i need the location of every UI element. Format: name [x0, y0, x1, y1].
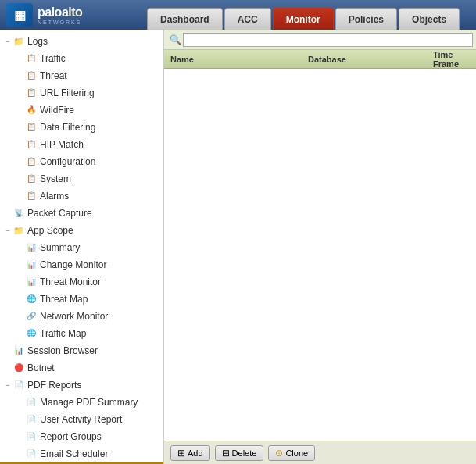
pdf-icon: 📄	[13, 379, 25, 391]
clone-button[interactable]: ⊙ Clone	[268, 445, 315, 461]
sidebar-item-label-threat-monitor: Threat Monitor	[40, 275, 101, 289]
logo-brand: paloalto	[38, 5, 82, 20]
log-icon: 📋	[25, 52, 38, 65]
sidebar-item-label-logs: Logs	[27, 34, 48, 48]
sidebar-item-threat[interactable]: 📋 Threat	[0, 67, 163, 84]
sidebar-item-report-groups[interactable]: 📄 Report Groups	[0, 428, 163, 445]
sidebar-item-label-session-browser: Session Browser	[27, 344, 98, 358]
sidebar-item-change-monitor[interactable]: 📊 Change Monitor	[0, 256, 163, 273]
clone-icon: ⊙	[275, 448, 283, 459]
sidebar-item-label-hip-match: HIP Match	[40, 137, 84, 152]
logo-networks: NETWORKS	[38, 20, 82, 25]
sidebar-item-wildfire[interactable]: 🔥 WildFire	[0, 102, 163, 119]
sidebar-item-traffic-map[interactable]: 🌐 Traffic Map	[0, 325, 163, 342]
delete-button[interactable]: ⊟ Delete	[215, 445, 264, 461]
folder-icon: 📁	[13, 224, 25, 237]
tab-dashboard[interactable]: Dashboard	[147, 8, 223, 30]
sidebar-item-data-filtering[interactable]: 📋 Data Filtering	[0, 119, 163, 136]
sidebar-item-label-network-monitor: Network Monitor	[40, 309, 108, 323]
bottom-toolbar: ⊞ Add ⊟ Delete ⊙ Clone	[164, 441, 476, 464]
sidebar-item-configuration[interactable]: 📋 Configuration	[0, 153, 163, 170]
tab-monitor[interactable]: Monitor	[273, 8, 334, 30]
sidebar-item-label-wildfire: WildFire	[40, 103, 74, 117]
sidebar-item-summary[interactable]: 📊 Summary	[0, 239, 163, 256]
sidebar-item-label-url-filtering: URL Filtering	[40, 86, 95, 100]
sidebar-item-label-botnet: Botnet	[27, 361, 55, 375]
log-icon: 📋	[25, 155, 38, 168]
sidebar-item-session-browser[interactable]: 📊 Session Browser	[0, 342, 163, 359]
expand-app-scope-icon: −	[3, 226, 13, 235]
expand-placeholder	[3, 363, 13, 373]
sidebar-item-pdf-reports[interactable]: − 📄 PDF Reports	[0, 377, 163, 394]
sidebar-item-network-monitor[interactable]: 🔗 Network Monitor	[0, 308, 163, 325]
top-bar: ▦ paloalto NETWORKS Dashboard ACC Monito…	[0, 0, 476, 30]
sidebar-item-label-data-filtering: Data Filtering	[40, 120, 95, 134]
sidebar-item-app-scope[interactable]: − 📁 App Scope	[0, 222, 163, 239]
sidebar-item-system[interactable]: 📋 System	[0, 170, 163, 187]
col-header-name: Name	[167, 55, 308, 64]
log-icon: 📋	[25, 121, 38, 134]
sidebar-item-label-configuration: Configuration	[40, 155, 95, 169]
sidebar-item-threat-map[interactable]: 🌐 Threat Map	[0, 291, 163, 308]
sidebar-item-email-scheduler[interactable]: 📄 Email Scheduler	[0, 445, 163, 462]
delete-icon: ⊟	[222, 448, 230, 459]
sidebar-item-label-change-monitor: Change Monitor	[40, 258, 106, 272]
tab-policies[interactable]: Policies	[335, 8, 397, 30]
search-icon[interactable]: 🔍	[167, 32, 183, 48]
chart-icon: 📊	[25, 241, 38, 254]
sidebar-item-label-report-groups: Report Groups	[40, 430, 102, 444]
sidebar-item-label-threat-map: Threat Map	[40, 292, 88, 306]
sidebar-item-user-activity-report[interactable]: 📄 User Activity Report	[0, 411, 163, 428]
sidebar-item-label-alarms: Alarms	[40, 189, 69, 203]
search-bar: 🔍	[164, 30, 476, 50]
sidebar-item-label-threat: Threat	[40, 69, 67, 83]
nav-tabs: Dashboard ACC Monitor Policies Objects	[147, 0, 461, 30]
logo-area: ▦ paloalto NETWORKS	[6, 3, 147, 27]
expand-placeholder	[3, 209, 13, 218]
expand-pdf-reports-icon: −	[3, 380, 13, 390]
network-icon: 🔗	[25, 310, 38, 323]
pdf-icon: 📄	[25, 413, 38, 426]
sidebar-item-alarms[interactable]: 📋 Alarms	[0, 187, 163, 205]
log-icon: 📋	[25, 87, 38, 99]
sidebar-item-manage-pdf-summary[interactable]: 📄 Manage PDF Summary	[0, 394, 163, 411]
logo-icon: ▦	[6, 3, 33, 27]
sidebar-item-label-email-scheduler: Email Scheduler	[40, 447, 108, 461]
log-icon: 📋	[25, 190, 38, 202]
sidebar-item-botnet[interactable]: 🔴 Botnet	[0, 359, 163, 377]
col-header-database: Database	[308, 55, 433, 64]
chart-icon: 🔴	[13, 362, 25, 374]
sidebar-item-label-manage-pdf-summary: Manage PDF Summary	[40, 395, 138, 409]
sidebar: − 📁 Logs 📋 Traffic 📋 Threat 📋 URL Filter…	[0, 30, 164, 464]
tab-objects[interactable]: Objects	[399, 8, 460, 30]
chart-icon: 📊	[25, 276, 38, 288]
sidebar-item-label-traffic: Traffic	[40, 52, 66, 66]
add-button[interactable]: ⊞ Add	[170, 445, 210, 461]
sidebar-item-label-pdf-reports: PDF Reports	[27, 378, 81, 392]
col-header-timeframe: Time Frame	[433, 50, 473, 69]
main-layout: − 📁 Logs 📋 Traffic 📋 Threat 📋 URL Filter…	[0, 30, 476, 464]
sidebar-item-logs[interactable]: − 📁 Logs	[0, 33, 163, 50]
table-body	[164, 69, 476, 441]
sidebar-item-label-summary: Summary	[40, 241, 80, 255]
globe-icon: 🌐	[25, 327, 38, 340]
sidebar-item-packet-capture[interactable]: 📡 Packet Capture	[0, 205, 163, 222]
pdf-icon: 📄	[25, 396, 38, 409]
add-label: Add	[188, 448, 203, 458]
sidebar-item-label-app-scope: App Scope	[27, 223, 73, 237]
pdf-icon: 📄	[25, 430, 38, 443]
search-input[interactable]	[183, 33, 473, 47]
log-icon: 📋	[25, 138, 38, 151]
sidebar-item-traffic[interactable]: 📋 Traffic	[0, 50, 163, 67]
log-icon: 📋	[25, 173, 38, 185]
clone-label: Clone	[285, 448, 308, 458]
chart-icon: 📊	[13, 344, 25, 357]
sidebar-item-hip-match[interactable]: 📋 HIP Match	[0, 136, 163, 153]
sidebar-item-threat-monitor[interactable]: 📊 Threat Monitor	[0, 273, 163, 291]
expand-placeholder	[3, 346, 13, 355]
log-icon: 📋	[25, 70, 38, 82]
tab-acc[interactable]: ACC	[224, 8, 271, 30]
content-area: 🔍 Name Database Time Frame ⊞ Add ⊟ Delet…	[164, 30, 476, 464]
sidebar-item-label-packet-capture: Packet Capture	[27, 206, 92, 220]
sidebar-item-url-filtering[interactable]: 📋 URL Filtering	[0, 84, 163, 102]
